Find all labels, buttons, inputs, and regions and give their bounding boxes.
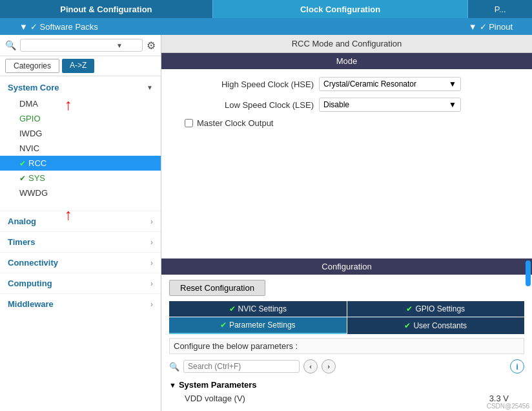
pinout-config-tab[interactable]: Pinout & Configuration [0,0,213,18]
hse-dropdown-icon: ▼ [449,79,456,89]
rcc-check-icon: ✔ [19,159,26,168]
info-button[interactable]: i [510,359,524,374]
nav-item-connectivity[interactable]: Connectivity › [0,252,161,273]
user-const-check-icon: ✔ [404,321,411,330]
next-nav-button[interactable]: › [322,359,336,374]
watermark: CSDN@25456 [487,403,529,410]
config-header: Configuration [161,258,532,275]
rcc-title: RCC Mode and Configuration [161,35,532,53]
scrollbar[interactable] [526,260,531,286]
dropdown-arrow-icon: ▼ [116,42,123,49]
sidebar-item-iwdg[interactable]: IWDG [0,126,161,141]
search-input[interactable] [23,41,116,50]
tab-categories[interactable]: Categories [5,59,59,73]
hse-select[interactable]: Crystal/Ceramic Resonator ▼ [319,77,461,91]
computing-label: Computing [8,279,52,288]
computing-arrow-icon: › [150,279,153,288]
analog-arrow-icon: › [150,217,153,226]
tab-atoz[interactable]: A->Z [62,59,94,73]
search-icon: 🔍 [5,40,16,50]
master-clock-label: Master Clock Output [197,118,274,128]
sidebar-item-nvic[interactable]: NVIC [0,141,161,156]
sys-check-icon: ✔ [19,174,26,183]
sidebar-item-dma[interactable]: DMA [0,96,161,111]
lse-label: Low Speed Clock (LSE) [172,100,314,110]
pinout-tab[interactable]: P... [468,0,532,18]
param-check-icon: ✔ [220,321,227,330]
sidebar-item-gpio[interactable]: GPIO [0,111,161,126]
nav-item-middleware[interactable]: Middleware › [0,293,161,314]
pinout-btn[interactable]: ▼ ✓ Pinout [469,22,513,32]
sidebar-item-wwdg[interactable]: WWDG [0,185,161,200]
timers-arrow-icon: › [150,238,153,247]
timers-label: Timers [8,237,35,247]
middleware-arrow-icon: › [150,300,153,309]
middleware-label: Middleware [8,299,54,309]
sidebar-item-rcc[interactable]: ✔ RCC [0,156,161,171]
settings-icon[interactable]: ⚙ [147,39,156,52]
config-tab-gpio[interactable]: ✔ GPIO Settings [347,301,525,317]
gpio-check-icon: ✔ [406,304,413,313]
master-clock-checkbox[interactable] [185,119,193,127]
system-core-arrow: ▼ [147,84,153,91]
nav-item-timers[interactable]: Timers › [0,231,161,252]
connectivity-arrow-icon: › [150,258,153,268]
connectivity-label: Connectivity [8,258,58,268]
system-params-header: ▼ System Parameters [169,380,524,390]
mode-header: Mode [161,53,532,69]
nav-item-analog[interactable]: Analog › [0,211,161,231]
nav-item-computing[interactable]: Computing › [0,273,161,293]
param-filter-text: Configure the below parameters : [169,338,524,354]
config-tab-nvic[interactable]: ✔ NVIC Settings [169,301,347,317]
nvic-check-icon: ✔ [229,304,236,313]
config-tab-user-constants[interactable]: ✔ User Constants [347,317,525,334]
param-search-input[interactable] [183,360,300,373]
vdd-voltage-row: VDD voltage (V) 3.3 V [169,392,524,405]
config-tab-parameters[interactable]: ✔ Parameter Settings [169,317,347,334]
sidebar-item-sys[interactable]: ✔ SYS [0,171,161,185]
param-search-icon: 🔍 [169,362,179,372]
software-packs-btn[interactable]: ▼ ✓ Software Packs [19,22,98,32]
lse-select[interactable]: Disable ▼ [319,98,461,112]
hse-label: High Speed Clock (HSE) [172,79,314,89]
system-core-header[interactable]: System Core ▼ [0,79,161,96]
clock-config-tab[interactable]: Clock Configuration [213,0,469,18]
analog-label: Analog [8,216,36,226]
reset-config-button[interactable]: Reset Configuration [169,280,265,296]
lse-dropdown-icon: ▼ [449,100,456,109]
system-core-label: System Core [8,83,59,92]
prev-nav-button[interactable]: ‹ [303,359,318,374]
